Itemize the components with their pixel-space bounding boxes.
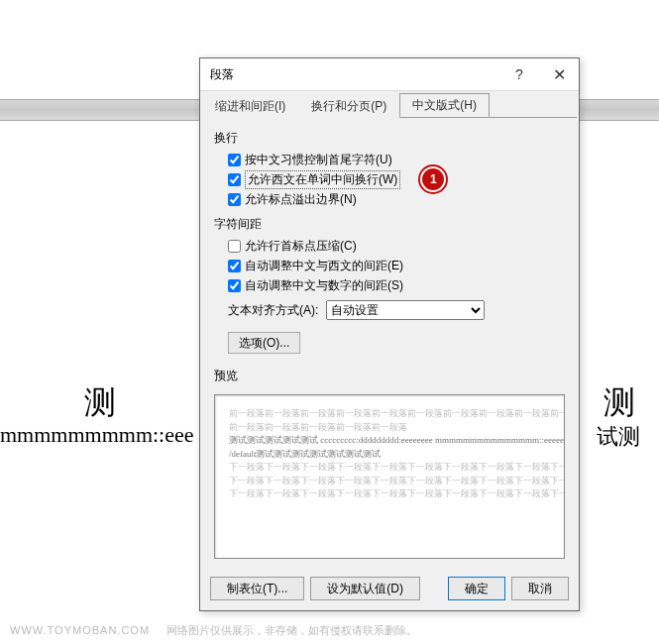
checkbox-allow-punct-overflow[interactable]	[228, 193, 241, 206]
paragraph-dialog: 段落 ? ✕ 缩进和间距(I) 换行和分页(P) 中文版式(H) 换行 按中文习…	[199, 57, 580, 611]
dialog-footer: 制表位(T)... 设为默认值(D) 确定 取消	[200, 569, 579, 610]
help-button[interactable]: ?	[499, 58, 539, 90]
checkbox-label: 允许行首标点压缩(C)	[245, 238, 357, 255]
watermark-domain: WWW.TOYMOBAN.COM	[10, 624, 150, 636]
checkbox-label: 自动调整中文与数字的间距(S)	[245, 277, 403, 294]
checkbox-row: 允许行首标点压缩(C)	[228, 237, 565, 255]
options-button[interactable]: 选项(O)...	[228, 332, 300, 354]
tabstops-button[interactable]: 制表位(T)...	[210, 577, 304, 600]
background-text: mmmmmmmmm::eee	[0, 422, 194, 448]
preview-line: /default测试测试测试测试测试测试测试	[229, 448, 550, 462]
checkbox-label: 允许西文在单词中间换行(W)	[245, 170, 400, 189]
tab-line-page-breaks[interactable]: 换行和分页(P)	[298, 94, 399, 118]
preview-line: 前一段落前一段落前一段落前一段落前一段落	[229, 421, 550, 435]
background-text: 测	[84, 381, 116, 425]
preview-panel: 前一段落前一段落前一段落前一段落前一段落前一段落前一段落前一段落前一段落前一段落…	[214, 394, 565, 559]
set-default-button[interactable]: 设为默认值(D)	[310, 577, 420, 600]
annotation-marker-1: 1	[420, 166, 446, 192]
watermark-text: 网络图片仅供展示，非存储，如有侵权请联系删除。	[166, 624, 417, 636]
checkbox-auto-cjk-number-space[interactable]	[228, 279, 241, 292]
tab-asian-typography[interactable]: 中文版式(H)	[399, 93, 490, 117]
help-icon: ?	[515, 66, 523, 82]
close-icon: ✕	[553, 65, 566, 84]
cancel-button[interactable]: 取消	[511, 577, 569, 600]
ok-button[interactable]: 确定	[448, 577, 505, 600]
checkbox-row: 按中文习惯控制首尾字符(U)	[228, 151, 565, 168]
checkbox-label: 允许标点溢出边界(N)	[245, 191, 357, 208]
watermark: WWW.TOYMOBAN.COM 网络图片仅供展示，非存储，如有侵权请联系删除。	[10, 623, 417, 638]
checkbox-row: 自动调整中文与西文的间距(E)	[228, 257, 565, 274]
checkbox-cjk-first-last[interactable]	[228, 154, 241, 166]
section-preview-label: 预览	[214, 368, 579, 384]
tab-strip: 缩进和间距(I) 换行和分页(P) 中文版式(H)	[202, 93, 577, 118]
checkbox-row: 允许标点溢出边界(N)	[228, 190, 565, 208]
text-alignment-select[interactable]: 自动设置	[326, 300, 485, 320]
text-alignment-label: 文本对齐方式(A):	[228, 302, 318, 319]
checkbox-compress-punct[interactable]	[228, 240, 241, 253]
titlebar: 段落 ? ✕	[200, 58, 579, 91]
preview-line: 测试测试测试测试测试 ccccccccc:ddddddddd:eeeeeeee …	[229, 434, 550, 448]
preview-line: 前一段落前一段落前一段落前一段落前一段落前一段落前一段落前一段落前一段落前一段落	[229, 407, 550, 421]
checkbox-row: 自动调整中文与数字的间距(S)	[228, 276, 565, 294]
preview-line: 下一段落下一段落下一段落下一段落下一段落下一段落下一段落下一段落下一段落下一段落	[229, 487, 550, 501]
checkbox-row: 允许西文在单词中间换行(W) 1	[228, 170, 565, 188]
section-spacing-label: 字符间距	[214, 216, 565, 233]
background-text: 试测	[597, 422, 640, 452]
checkbox-allow-latin-break[interactable]	[228, 173, 241, 186]
dialog-title: 段落	[210, 66, 234, 83]
section-linebreak-label: 换行	[214, 130, 565, 147]
tab-indent-spacing[interactable]: 缩进和间距(I)	[202, 94, 298, 118]
background-text: 测	[604, 381, 635, 425]
checkbox-label: 自动调整中文与西文的间距(E)	[245, 258, 403, 274]
preview-line: 下一段落下一段落下一段落下一段落下一段落下一段落下一段落下一段落下一段落下一段落	[229, 461, 550, 475]
close-button[interactable]: ✕	[539, 58, 579, 90]
text-alignment-row: 文本对齐方式(A): 自动设置	[228, 300, 565, 320]
checkbox-auto-cjk-latin-space[interactable]	[228, 260, 241, 272]
checkbox-label: 按中文习惯控制首尾字符(U)	[245, 152, 392, 168]
preview-line: 下一段落下一段落下一段落下一段落下一段落下一段落下一段落下一段落下一段落下一段落	[229, 475, 550, 488]
dialog-content: 换行 按中文习惯控制首尾字符(U) 允许西文在单词中间换行(W) 1 允许标点溢…	[200, 118, 579, 360]
